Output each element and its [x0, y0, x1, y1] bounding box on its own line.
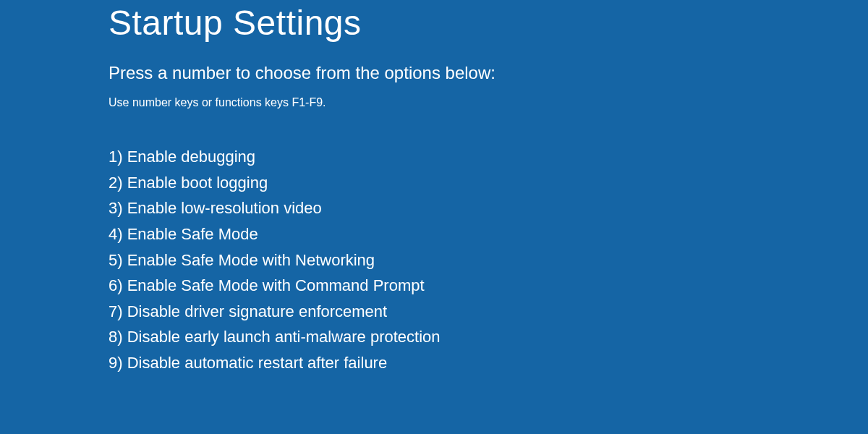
option-enable-boot-logging[interactable]: 2) Enable boot logging — [109, 170, 760, 196]
startup-options-list: 1) Enable debugging 2) Enable boot loggi… — [109, 144, 760, 376]
option-disable-driver-signature-enforcement[interactable]: 7) Disable driver signature enforcement — [109, 299, 760, 325]
instruction-text: Press a number to choose from the option… — [109, 63, 760, 96]
option-enable-safe-mode[interactable]: 4) Enable Safe Mode — [109, 221, 760, 247]
option-number: 4) — [109, 225, 123, 243]
option-enable-safe-mode-command-prompt[interactable]: 6) Enable Safe Mode with Command Prompt — [109, 273, 760, 299]
option-number: 5) — [109, 251, 123, 269]
option-number: 7) — [109, 302, 123, 320]
option-label: Enable low-resolution video — [127, 199, 322, 217]
option-disable-automatic-restart[interactable]: 9) Disable automatic restart after failu… — [109, 350, 760, 376]
option-label: Disable early launch anti-malware protec… — [127, 328, 441, 346]
option-number: 1) — [109, 148, 123, 166]
option-number: 3) — [109, 199, 123, 217]
option-enable-debugging[interactable]: 1) Enable debugging — [109, 144, 760, 170]
option-label: Disable driver signature enforcement — [127, 302, 388, 320]
option-label: Enable Safe Mode with Networking — [127, 251, 375, 269]
option-enable-low-resolution-video[interactable]: 3) Enable low-resolution video — [109, 195, 760, 221]
option-label: Enable Safe Mode with Command Prompt — [127, 276, 425, 294]
page-title: Startup Settings — [109, 0, 760, 63]
option-label: Enable Safe Mode — [127, 225, 258, 243]
option-label: Disable automatic restart after failure — [127, 354, 388, 372]
option-number: 8) — [109, 328, 123, 346]
option-number: 6) — [109, 276, 123, 294]
option-number: 2) — [109, 174, 123, 192]
option-label: Enable boot logging — [127, 174, 268, 192]
option-enable-safe-mode-networking[interactable]: 5) Enable Safe Mode with Networking — [109, 247, 760, 273]
hint-text: Use number keys or functions keys F1-F9. — [109, 96, 760, 144]
option-label: Enable debugging — [127, 148, 255, 166]
option-number: 9) — [109, 354, 123, 372]
option-disable-early-launch-anti-malware[interactable]: 8) Disable early launch anti-malware pro… — [109, 324, 760, 350]
